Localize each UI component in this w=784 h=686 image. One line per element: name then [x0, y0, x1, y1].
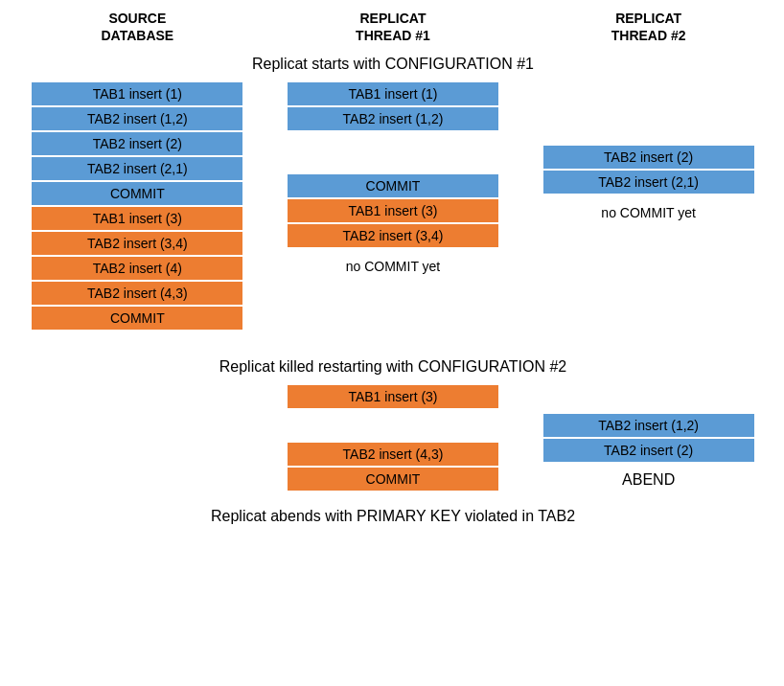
list-item: TAB2 insert (2): [32, 132, 242, 155]
section1-columns: TAB1 insert (1) TAB2 insert (1,2) TAB2 i…: [10, 82, 776, 332]
list-item: TAB2 insert (1,2): [32, 107, 242, 130]
section1-title: Replicat starts with CONFIGURATION #1: [10, 56, 776, 73]
section2: Replicat killed restarting with CONFIGUR…: [10, 358, 776, 492]
abend-label: ABEND: [622, 471, 675, 489]
list-item: TAB1 insert (1): [32, 82, 242, 105]
bottom-note: Replicat abends with PRIMARY KEY violate…: [10, 508, 776, 525]
col2-thread1: TAB1 insert (1) TAB2 insert (1,2) COMMIT…: [275, 82, 510, 274]
list-item: COMMIT: [32, 307, 242, 330]
list-item: TAB2 insert (1,2): [288, 107, 498, 130]
list-item: TAB2 insert (2): [543, 439, 754, 462]
column-headers: SOURCEDATABASE REPLICATTHREAD #1 REPLICA…: [10, 10, 776, 44]
section2-title: Replicat killed restarting with CONFIGUR…: [10, 358, 776, 376]
no-commit-text-thread2: no COMMIT yet: [601, 205, 696, 220]
list-item: TAB1 insert (3): [32, 207, 242, 230]
list-item: TAB2 insert (2): [543, 146, 754, 169]
col-header-thread2: REPLICATTHREAD #2: [529, 10, 769, 44]
list-item: TAB2 insert (2,1): [543, 171, 754, 194]
list-item: TAB2 insert (3,4): [32, 232, 242, 255]
list-item: TAB2 insert (2,1): [32, 157, 242, 180]
diagram: SOURCEDATABASE REPLICATTHREAD #1 REPLICA…: [10, 10, 776, 525]
list-item: COMMIT: [288, 174, 498, 197]
list-item: TAB2 insert (4): [32, 257, 242, 280]
list-item: TAB2 insert (4,3): [32, 282, 242, 305]
list-item: TAB2 insert (4,3): [288, 443, 498, 466]
list-item: TAB1 insert (3): [288, 199, 498, 222]
list-item: TAB1 insert (3): [288, 385, 498, 408]
list-item: COMMIT: [32, 182, 242, 205]
col-header-thread1: REPLICATTHREAD #1: [273, 10, 513, 44]
list-item: COMMIT: [288, 468, 498, 491]
col3-thread2-s2: TAB2 insert (1,2) TAB2 insert (2) ABEND: [531, 385, 766, 489]
list-item: TAB2 insert (3,4): [288, 224, 498, 247]
no-commit-text-thread1: no COMMIT yet: [346, 259, 441, 274]
list-item: TAB2 insert (1,2): [543, 414, 754, 437]
col1-source: TAB1 insert (1) TAB2 insert (1,2) TAB2 i…: [20, 82, 255, 332]
col2-thread1-s2: TAB1 insert (3) TAB2 insert (4,3) COMMIT: [275, 385, 510, 492]
list-item: TAB1 insert (1): [288, 82, 498, 105]
col-header-source: SOURCEDATABASE: [17, 10, 257, 44]
col3-thread2: TAB2 insert (2) TAB2 insert (2,1) no COM…: [531, 82, 766, 220]
section2-columns: TAB1 insert (3) TAB2 insert (4,3) COMMIT…: [10, 385, 776, 492]
